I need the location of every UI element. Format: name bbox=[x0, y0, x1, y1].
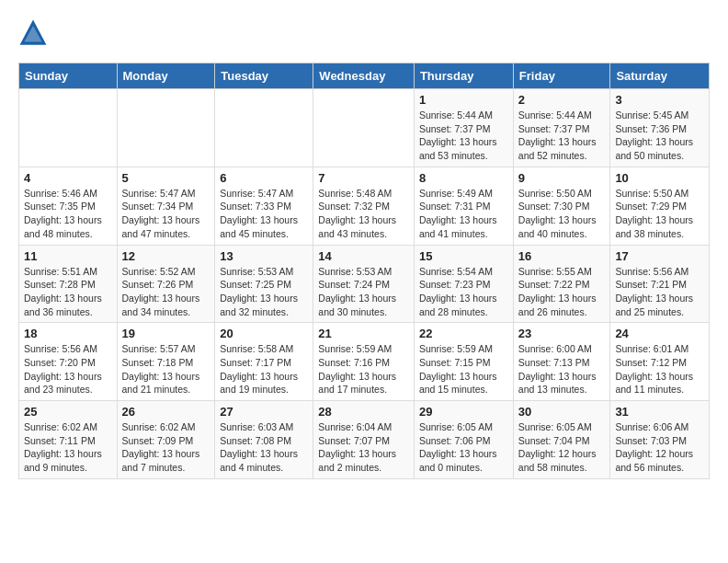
calendar-cell: 22Sunrise: 5:59 AM Sunset: 7:15 PM Dayli… bbox=[414, 323, 513, 401]
day-info: Sunrise: 5:50 AM Sunset: 7:30 PM Dayligh… bbox=[518, 187, 606, 241]
day-number: 27 bbox=[220, 405, 308, 419]
day-info: Sunrise: 5:49 AM Sunset: 7:31 PM Dayligh… bbox=[419, 187, 508, 241]
day-info: Sunrise: 6:01 AM Sunset: 7:12 PM Dayligh… bbox=[615, 342, 704, 396]
day-number: 7 bbox=[318, 171, 409, 185]
day-number: 16 bbox=[518, 249, 606, 263]
day-number: 25 bbox=[24, 405, 112, 419]
day-info: Sunrise: 5:52 AM Sunset: 7:26 PM Dayligh… bbox=[122, 265, 210, 319]
weekday-header-sunday: Sunday bbox=[19, 63, 118, 89]
day-number: 11 bbox=[24, 249, 112, 263]
day-number: 24 bbox=[615, 327, 704, 340]
calendar-cell: 13Sunrise: 5:53 AM Sunset: 7:25 PM Dayli… bbox=[215, 245, 313, 323]
day-number: 6 bbox=[220, 171, 308, 185]
day-number: 19 bbox=[122, 327, 210, 340]
day-info: Sunrise: 5:56 AM Sunset: 7:21 PM Dayligh… bbox=[615, 265, 704, 319]
calendar-header: SundayMondayTuesdayWednesdayThursdayFrid… bbox=[19, 63, 710, 89]
calendar-cell: 12Sunrise: 5:52 AM Sunset: 7:26 PM Dayli… bbox=[117, 245, 215, 323]
calendar-cell: 9Sunrise: 5:50 AM Sunset: 7:30 PM Daylig… bbox=[513, 167, 610, 245]
weekday-header-thursday: Thursday bbox=[414, 63, 513, 89]
day-number: 31 bbox=[615, 405, 704, 419]
day-info: Sunrise: 6:06 AM Sunset: 7:03 PM Dayligh… bbox=[615, 420, 704, 475]
day-number: 1 bbox=[419, 93, 508, 107]
day-number: 2 bbox=[518, 93, 606, 107]
day-info: Sunrise: 6:04 AM Sunset: 7:07 PM Dayligh… bbox=[318, 420, 409, 475]
weekday-header-saturday: Saturday bbox=[610, 63, 710, 89]
calendar-week-row: 11Sunrise: 5:51 AM Sunset: 7:28 PM Dayli… bbox=[19, 245, 710, 323]
calendar-cell bbox=[215, 89, 313, 167]
day-info: Sunrise: 6:05 AM Sunset: 7:04 PM Dayligh… bbox=[518, 420, 606, 475]
calendar-cell bbox=[19, 89, 118, 167]
day-number: 30 bbox=[518, 405, 606, 419]
page-header bbox=[18, 18, 710, 48]
day-info: Sunrise: 5:53 AM Sunset: 7:24 PM Dayligh… bbox=[318, 265, 409, 319]
calendar-cell bbox=[117, 89, 215, 167]
day-number: 9 bbox=[518, 171, 606, 185]
day-number: 29 bbox=[419, 405, 508, 419]
calendar-cell: 26Sunrise: 6:02 AM Sunset: 7:09 PM Dayli… bbox=[117, 401, 215, 479]
calendar-cell: 1Sunrise: 5:44 AM Sunset: 7:37 PM Daylig… bbox=[414, 89, 513, 167]
weekday-header-friday: Friday bbox=[513, 63, 610, 89]
logo-icon bbox=[18, 18, 48, 48]
calendar-cell: 23Sunrise: 6:00 AM Sunset: 7:13 PM Dayli… bbox=[513, 323, 610, 401]
calendar-cell: 29Sunrise: 6:05 AM Sunset: 7:06 PM Dayli… bbox=[414, 401, 513, 479]
day-info: Sunrise: 6:02 AM Sunset: 7:09 PM Dayligh… bbox=[122, 420, 210, 475]
calendar-table: SundayMondayTuesdayWednesdayThursdayFrid… bbox=[18, 63, 710, 479]
day-info: Sunrise: 5:47 AM Sunset: 7:33 PM Dayligh… bbox=[220, 187, 308, 241]
weekday-header-tuesday: Tuesday bbox=[215, 63, 313, 89]
calendar-cell: 10Sunrise: 5:50 AM Sunset: 7:29 PM Dayli… bbox=[610, 167, 710, 245]
day-number: 8 bbox=[419, 171, 508, 185]
day-number: 23 bbox=[518, 327, 606, 340]
day-number: 10 bbox=[615, 171, 704, 185]
day-info: Sunrise: 5:48 AM Sunset: 7:32 PM Dayligh… bbox=[318, 187, 409, 241]
day-number: 13 bbox=[220, 249, 308, 263]
calendar-cell: 7Sunrise: 5:48 AM Sunset: 7:32 PM Daylig… bbox=[313, 167, 415, 245]
calendar-cell: 30Sunrise: 6:05 AM Sunset: 7:04 PM Dayli… bbox=[513, 401, 610, 479]
day-info: Sunrise: 5:44 AM Sunset: 7:37 PM Dayligh… bbox=[518, 109, 606, 163]
day-number: 5 bbox=[122, 171, 210, 185]
calendar-cell: 25Sunrise: 6:02 AM Sunset: 7:11 PM Dayli… bbox=[19, 401, 118, 479]
calendar-cell: 2Sunrise: 5:44 AM Sunset: 7:37 PM Daylig… bbox=[513, 89, 610, 167]
day-info: Sunrise: 6:05 AM Sunset: 7:06 PM Dayligh… bbox=[419, 420, 508, 475]
day-info: Sunrise: 5:53 AM Sunset: 7:25 PM Dayligh… bbox=[220, 265, 308, 319]
calendar-cell: 14Sunrise: 5:53 AM Sunset: 7:24 PM Dayli… bbox=[313, 245, 415, 323]
weekday-header-monday: Monday bbox=[117, 63, 215, 89]
day-info: Sunrise: 5:54 AM Sunset: 7:23 PM Dayligh… bbox=[419, 265, 508, 319]
calendar-cell: 15Sunrise: 5:54 AM Sunset: 7:23 PM Dayli… bbox=[414, 245, 513, 323]
calendar-cell: 16Sunrise: 5:55 AM Sunset: 7:22 PM Dayli… bbox=[513, 245, 610, 323]
day-number: 14 bbox=[318, 249, 409, 263]
calendar-cell: 18Sunrise: 5:56 AM Sunset: 7:20 PM Dayli… bbox=[19, 323, 118, 401]
day-number: 17 bbox=[615, 249, 704, 263]
day-info: Sunrise: 5:58 AM Sunset: 7:17 PM Dayligh… bbox=[220, 342, 308, 396]
day-number: 20 bbox=[220, 327, 308, 340]
day-number: 3 bbox=[615, 93, 704, 107]
calendar-cell: 21Sunrise: 5:59 AM Sunset: 7:16 PM Dayli… bbox=[313, 323, 415, 401]
day-info: Sunrise: 5:57 AM Sunset: 7:18 PM Dayligh… bbox=[122, 342, 210, 396]
calendar-cell: 28Sunrise: 6:04 AM Sunset: 7:07 PM Dayli… bbox=[313, 401, 415, 479]
calendar-week-row: 1Sunrise: 5:44 AM Sunset: 7:37 PM Daylig… bbox=[19, 89, 710, 167]
day-number: 4 bbox=[24, 171, 112, 185]
day-info: Sunrise: 5:59 AM Sunset: 7:16 PM Dayligh… bbox=[318, 342, 409, 396]
calendar-cell: 8Sunrise: 5:49 AM Sunset: 7:31 PM Daylig… bbox=[414, 167, 513, 245]
day-info: Sunrise: 5:46 AM Sunset: 7:35 PM Dayligh… bbox=[24, 187, 112, 241]
day-info: Sunrise: 5:50 AM Sunset: 7:29 PM Dayligh… bbox=[615, 187, 704, 241]
day-info: Sunrise: 6:02 AM Sunset: 7:11 PM Dayligh… bbox=[24, 420, 112, 475]
day-info: Sunrise: 6:03 AM Sunset: 7:08 PM Dayligh… bbox=[220, 420, 308, 475]
day-number: 28 bbox=[318, 405, 409, 419]
calendar-cell: 20Sunrise: 5:58 AM Sunset: 7:17 PM Dayli… bbox=[215, 323, 313, 401]
calendar-body: 1Sunrise: 5:44 AM Sunset: 7:37 PM Daylig… bbox=[19, 89, 710, 479]
calendar-cell: 6Sunrise: 5:47 AM Sunset: 7:33 PM Daylig… bbox=[215, 167, 313, 245]
day-info: Sunrise: 5:47 AM Sunset: 7:34 PM Dayligh… bbox=[122, 187, 210, 241]
day-number: 12 bbox=[122, 249, 210, 263]
calendar-cell: 31Sunrise: 6:06 AM Sunset: 7:03 PM Dayli… bbox=[610, 401, 710, 479]
day-number: 22 bbox=[419, 327, 508, 340]
calendar-cell: 19Sunrise: 5:57 AM Sunset: 7:18 PM Dayli… bbox=[117, 323, 215, 401]
calendar-week-row: 18Sunrise: 5:56 AM Sunset: 7:20 PM Dayli… bbox=[19, 323, 710, 401]
calendar-cell: 24Sunrise: 6:01 AM Sunset: 7:12 PM Dayli… bbox=[610, 323, 710, 401]
day-info: Sunrise: 6:00 AM Sunset: 7:13 PM Dayligh… bbox=[518, 342, 606, 396]
day-number: 21 bbox=[318, 327, 409, 340]
calendar-cell: 4Sunrise: 5:46 AM Sunset: 7:35 PM Daylig… bbox=[19, 167, 118, 245]
logo bbox=[18, 18, 51, 48]
day-number: 26 bbox=[122, 405, 210, 419]
weekday-header-row: SundayMondayTuesdayWednesdayThursdayFrid… bbox=[19, 63, 710, 89]
weekday-header-wednesday: Wednesday bbox=[313, 63, 415, 89]
